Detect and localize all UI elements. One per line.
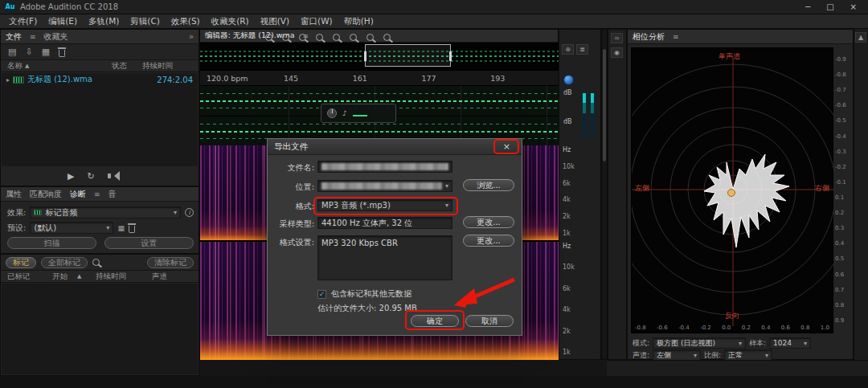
format-settings-value: MP3 320 Kbps CBR xyxy=(321,239,398,247)
info-icon[interactable]: i xyxy=(185,208,194,217)
tab-properties[interactable]: 属性 xyxy=(6,189,22,200)
tab-favorites[interactable]: 收藏夹 xyxy=(44,31,68,43)
play-button[interactable]: ▶ xyxy=(68,171,74,182)
db-scale-label[interactable]: dB xyxy=(563,118,572,125)
db-scale-label[interactable]: dB xyxy=(563,89,572,96)
y-tick: -0.2 xyxy=(835,165,853,170)
channel-options-icon[interactable]: ⊕ xyxy=(562,44,574,55)
tab-match-loudness[interactable]: 匹配响度 xyxy=(30,189,62,200)
import-file-icon[interactable]: ⇩ xyxy=(25,47,32,57)
phase-plot[interactable]: 单声道 左侧 右侧 反向 -0.8-0.6-0.4-0.20.00.20.40.… xyxy=(631,47,833,333)
phase-panel-tab[interactable]: 相位分析 xyxy=(633,31,665,43)
auto-play-speaker-icon[interactable] xyxy=(108,174,111,178)
delete-file-icon[interactable] xyxy=(59,50,65,57)
scale-dropdown[interactable]: 正常 ▾ xyxy=(724,349,772,361)
menu-item[interactable]: 帮助(H) xyxy=(338,15,379,28)
maximize-button[interactable]: □ xyxy=(826,2,833,11)
markers-tab-button[interactable]: 标记 xyxy=(6,257,36,268)
ok-button[interactable]: 确定 xyxy=(411,315,459,327)
frequency-scale-left[interactable]: Hz10k6k4k2k1k xyxy=(563,147,575,237)
column-status[interactable]: 状态 xyxy=(112,61,127,71)
sample-type-value: 44100 Hz 立体声, 32 位 xyxy=(321,218,412,229)
x-tick: -0.8 xyxy=(635,325,646,331)
vertical-scrollbar[interactable] xyxy=(601,29,608,360)
new-file-icon[interactable]: ▦ xyxy=(42,47,50,57)
freq-tick: Hz xyxy=(563,147,571,153)
tab-clipped[interactable]: 音 xyxy=(108,189,117,200)
menu-item[interactable]: 编辑(E) xyxy=(43,15,83,28)
mode-dropdown[interactable]: 极方图 (日志视图) ▾ xyxy=(653,337,746,349)
overview-selection[interactable] xyxy=(365,44,451,67)
menu-item[interactable]: 收藏夹(R) xyxy=(206,15,255,28)
change-sample-type-button[interactable]: 更改... xyxy=(463,216,514,228)
scale-label: 比例: xyxy=(704,350,721,361)
location-dropdown[interactable]: ▾ xyxy=(317,180,452,192)
tab-diagnostics[interactable]: 诊断 xyxy=(70,189,86,200)
timeline-ruler[interactable]: 120.0 bpm 145161177193 xyxy=(200,70,559,86)
delete-preset-icon[interactable] xyxy=(129,226,135,233)
save-preset-icon[interactable]: ▦ xyxy=(117,224,125,232)
include-metadata-checkbox[interactable]: ✓ xyxy=(317,290,326,299)
menu-item[interactable]: 窗口(W) xyxy=(295,15,338,28)
zoom-knob-icon[interactable] xyxy=(563,75,574,85)
censored-location xyxy=(321,182,442,190)
heads-up-display[interactable]: ♪ xyxy=(321,104,396,123)
phase-graph xyxy=(632,48,834,334)
dialog-titlebar[interactable]: 导出文件 × xyxy=(268,139,522,155)
tab-files[interactable]: 文件 xyxy=(6,31,22,43)
search-icon[interactable] xyxy=(92,259,100,266)
menu-item[interactable]: 视图(V) xyxy=(255,15,295,28)
panel-menu-icon[interactable]: ≡ xyxy=(673,33,679,41)
menu-item[interactable]: 效果(S) xyxy=(166,15,206,28)
effect-dropdown[interactable]: 标记音频 ▾ xyxy=(30,206,181,219)
frequency-scale-right[interactable]: Hz10k6k4k2k1k xyxy=(563,243,575,356)
panel-overflow-icon[interactable]: » xyxy=(189,32,194,41)
meters-panel-icon[interactable]: ◉ xyxy=(611,47,623,58)
panel-menu-icon[interactable]: ≡ xyxy=(94,190,100,198)
minimize-button[interactable]: ─ xyxy=(805,2,810,11)
column-start[interactable]: 开始 xyxy=(52,272,68,282)
dialog-close-button[interactable]: × xyxy=(498,141,515,152)
expand-icon[interactable]: ▸ xyxy=(6,76,10,84)
cancel-button[interactable]: 取消 xyxy=(465,315,514,327)
frequency-analysis-icon[interactable]: ≈ xyxy=(611,33,623,43)
channel-dropdown[interactable]: 左侧 ▾ xyxy=(653,349,701,361)
phase-label-mono: 单声道 xyxy=(719,51,740,62)
format-dropdown[interactable]: MP3 音频 (*.mp3) ▾ xyxy=(317,199,452,211)
scale-options-icon[interactable]: ≣ xyxy=(576,44,588,55)
filename-input[interactable] xyxy=(317,161,452,173)
sample-type-field[interactable]: 44100 Hz 立体声, 32 位 xyxy=(317,217,452,229)
waveform-overview[interactable] xyxy=(200,43,559,70)
column-duration[interactable]: 持续时间 xyxy=(142,61,173,71)
loop-button[interactable]: ↻ xyxy=(87,171,94,182)
column-marked[interactable]: 已标记 xyxy=(1,272,31,282)
media-browser-icon[interactable]: ▤ xyxy=(8,47,16,57)
all-markers-button[interactable]: 全部标记 xyxy=(41,257,88,268)
preset-value: (默认) xyxy=(34,223,103,234)
gain-knob-icon[interactable] xyxy=(327,108,337,118)
menu-item[interactable]: 文件(F) xyxy=(3,15,43,28)
settings-button[interactable]: 设置 xyxy=(104,237,194,249)
format-settings-box[interactable]: MP3 320 Kbps CBR xyxy=(317,235,452,280)
editor-tab[interactable]: 编辑器: 无标题 (12).wma xyxy=(205,31,295,41)
scan-button[interactable]: 扫描 xyxy=(7,237,96,249)
markers-list[interactable] xyxy=(2,284,198,374)
filename-label: 文件名: xyxy=(268,162,314,174)
x-tick: 1.0 xyxy=(821,325,829,331)
menu-item[interactable]: 多轨(M) xyxy=(83,15,125,28)
scrollbar-thumb[interactable] xyxy=(603,49,606,161)
change-format-settings-button[interactable]: 更改... xyxy=(463,235,514,247)
column-name[interactable]: 名称 xyxy=(1,61,23,71)
menu-item[interactable]: 剪辑(C) xyxy=(125,15,166,28)
collapse-panel-icon[interactable]: ▲ xyxy=(855,32,866,43)
chevron-down-icon: ▾ xyxy=(445,202,448,209)
browse-button[interactable]: 浏览... xyxy=(463,179,514,191)
column-channel[interactable]: 声道 xyxy=(152,272,167,282)
panel-menu-icon[interactable]: ≡ xyxy=(30,33,36,41)
clear-markers-button[interactable]: 清除标记 xyxy=(147,257,194,268)
column-duration[interactable]: 持续时间 xyxy=(96,272,126,282)
file-row[interactable]: ▸ 无标题 (12).wma 274:2.04 xyxy=(2,73,198,86)
close-button[interactable]: × xyxy=(850,2,857,11)
samples-dropdown[interactable]: 1024 ▾ xyxy=(769,337,811,349)
preset-dropdown[interactable]: (默认) ▾ xyxy=(30,222,113,234)
